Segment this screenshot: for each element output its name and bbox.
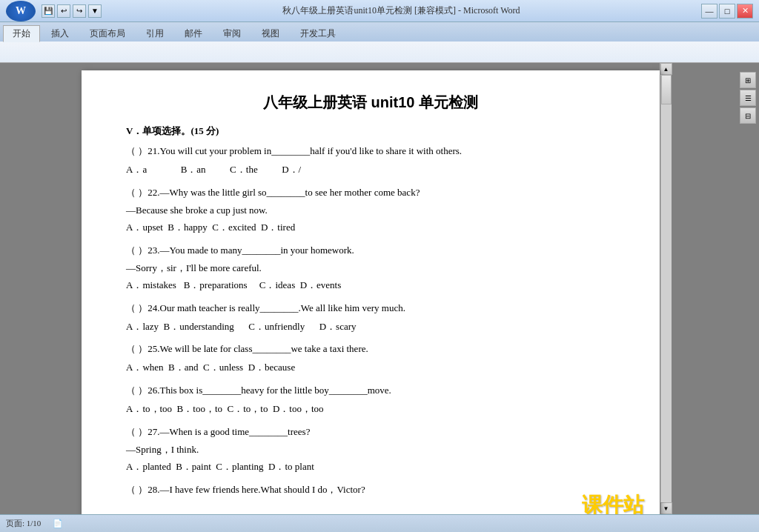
document-title: 八年级上册英语 unit10 单元检测 (126, 93, 615, 113)
left-margin (0, 63, 82, 514)
options-27: A．planted B．paint C．planting D．to plant (126, 459, 615, 475)
watermark: 课件站 www.kjzhan.com (582, 493, 652, 514)
save-button[interactable]: 💾 (42, 4, 55, 18)
tab-mail[interactable]: 邮件 (175, 25, 212, 41)
panel-icon-3[interactable]: ⊟ (740, 107, 756, 124)
tab-review[interactable]: 审阅 (213, 25, 251, 41)
quick-access-toolbar: 💾 ↩ ↪ ▼ (42, 4, 102, 18)
tab-developer[interactable]: 开发工具 (291, 25, 345, 41)
window-controls: — □ ✕ (701, 4, 753, 19)
customize-button[interactable]: ▼ (88, 4, 102, 18)
page-indicator: 页面: 1/10 (6, 518, 41, 529)
office-button[interactable]: W (6, 1, 36, 21)
ribbon-tabs: 开始 插入 页面布局 引用 邮件 审阅 视图 开发工具 (0, 22, 759, 41)
question-25: （ ）25.We will be late for class________w… (126, 342, 615, 357)
vertical-scrollbar[interactable]: ▲ ▼ (660, 63, 672, 514)
ribbon: 开始 插入 页面布局 引用 邮件 审阅 视图 开发工具 (0, 22, 759, 63)
scroll-up-button[interactable]: ▲ (660, 63, 672, 75)
word-icon: 📄 (53, 519, 63, 528)
panel-icon-2[interactable]: ☰ (740, 90, 756, 106)
redo-button[interactable]: ↪ (73, 4, 86, 18)
tab-page-layout[interactable]: 页面布局 (80, 25, 135, 41)
document[interactable]: 课件站 www.kjzhan.com 八年级上册英语 unit10 单元检测 V… (82, 70, 660, 514)
main-area: 课件站 www.kjzhan.com 八年级上册英语 unit10 单元检测 V… (0, 63, 759, 514)
title-bar: W 💾 ↩ ↪ ▼ 秋八年级上册英语unit10单元检测 [兼容模式] - Mi… (0, 0, 759, 22)
section-header: V．单项选择。(15 分) (126, 124, 615, 138)
dialog-22: —Because she broke a cup just now. (126, 203, 615, 218)
question-22: （ ）22.—Why was the little girl so_______… (126, 185, 615, 201)
scroll-down-button[interactable]: ▼ (660, 502, 672, 514)
scroll-thumb[interactable] (661, 75, 672, 104)
tab-insert[interactable]: 插入 (42, 25, 79, 41)
options-23: A．mistakes B．preparations C．ideas D．even… (126, 278, 615, 293)
close-button[interactable]: ✕ (737, 4, 753, 19)
options-22: A．upset B．happy C．excited D．tired (126, 220, 615, 236)
right-panel: ⊞ ☰ ⊟ (737, 63, 759, 514)
options-21: A．a B．an C．the D．/ (126, 162, 615, 178)
dialog-23: —Sorry，sir，I'll be more careful. (126, 261, 615, 276)
scroll-track[interactable] (661, 75, 672, 502)
restore-button[interactable]: □ (719, 4, 735, 19)
doc-wrapper: 课件站 www.kjzhan.com 八年级上册英语 unit10 单元检测 V… (82, 63, 737, 514)
question-24: （ ）24.Our math teacher is really________… (126, 301, 615, 316)
tab-references[interactable]: 引用 (136, 25, 173, 41)
tab-view[interactable]: 视图 (252, 25, 289, 41)
title-bar-left: W 💾 ↩ ↪ ▼ (6, 1, 102, 21)
panel-icon-1[interactable]: ⊞ (740, 72, 756, 88)
question-28: （ ）28.—I have few friends here.What shou… (126, 482, 615, 498)
question-26: （ ）26.This box is________heavy for the l… (126, 383, 615, 399)
question-23: （ ）23.—You made to many________in your h… (126, 243, 615, 259)
tab-start[interactable]: 开始 (3, 25, 40, 42)
minimize-button[interactable]: — (701, 4, 717, 19)
ribbon-content (0, 41, 759, 62)
options-26: A．to，too B．too，to C．to，to D．too，too (126, 402, 615, 417)
options-25: A．when B．and C．unless D．because (126, 360, 615, 376)
window-title: 秋八年级上册英语unit10单元检测 [兼容模式] - Microsoft Wo… (102, 4, 701, 17)
question-27: （ ）27.—When is a good time________trees? (126, 425, 615, 440)
question-21: （ ）21.You will cut your problem in______… (126, 144, 615, 159)
undo-button[interactable]: ↩ (57, 4, 70, 18)
options-24: A．lazy B．understanding C．unfriendly D．sc… (126, 319, 615, 335)
watermark-brand: 课件站 (582, 493, 652, 514)
status-bar: 页面: 1/10 📄 (0, 514, 759, 532)
dialog-27: —Spring，I think. (126, 442, 615, 457)
